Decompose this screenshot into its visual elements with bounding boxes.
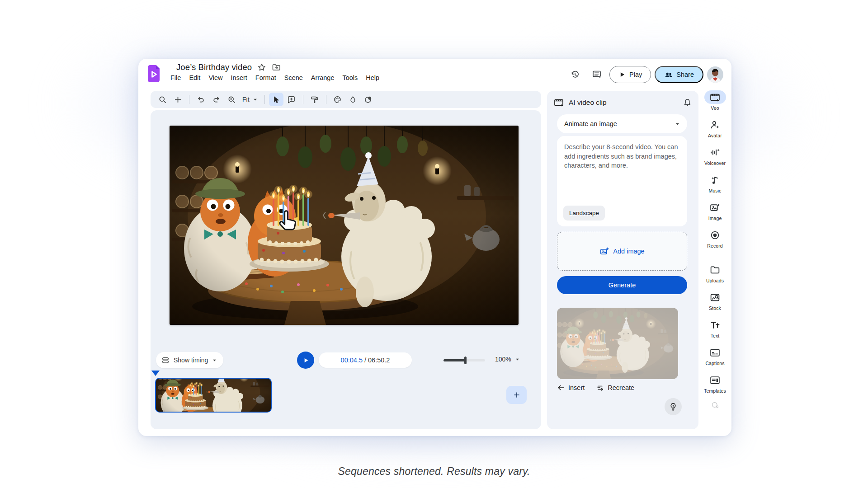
zoom-level-label: 100%	[495, 356, 511, 363]
rail-item-record[interactable]: Record	[698, 228, 731, 249]
menu-arrange[interactable]: Arrange	[307, 73, 339, 83]
rail-label: Captions	[705, 361, 724, 366]
toolbar-divider	[189, 95, 189, 104]
version-history-icon[interactable]	[566, 66, 584, 84]
rail-label: Templates	[704, 388, 726, 394]
rail-item-avatar[interactable]: Avatar	[698, 118, 731, 138]
rail-item-voiceover[interactable]: Voiceover	[698, 145, 731, 166]
fit-zoom-select[interactable]: Fit	[240, 93, 260, 106]
share-button[interactable]: Share	[655, 66, 703, 83]
add-image-label: Add image	[613, 248, 644, 255]
zoom-slider-fill	[443, 359, 465, 361]
veo-icon	[709, 92, 721, 103]
bell-icon[interactable]	[683, 98, 692, 108]
menubar: File Edit View Insert Format Scene Arran…	[166, 73, 383, 83]
show-timing-select[interactable]: Show timing	[156, 352, 223, 368]
format-paint-icon[interactable]	[307, 93, 322, 106]
menu-edit[interactable]: Edit	[185, 73, 204, 83]
app-window: Joe’s Birthday video File Edit View Inse…	[138, 59, 731, 436]
move-folder-icon[interactable]	[272, 63, 281, 72]
undo-icon[interactable]	[193, 93, 208, 106]
add-comment-icon[interactable]	[284, 93, 299, 106]
rail-item-image[interactable]: Image	[698, 201, 731, 221]
rail-item-templates[interactable]: Templates	[698, 373, 731, 394]
playhead-marker[interactable]	[151, 371, 160, 376]
veo-clip-icon	[553, 97, 564, 108]
play-icon	[302, 357, 309, 364]
rail-item-stock[interactable]: Stock	[698, 291, 731, 311]
feature-rail: Veo Avatar Voiceover Music Image Record …	[698, 90, 731, 409]
play-button[interactable]: Play	[609, 66, 651, 83]
edit-toolbar: Fit	[151, 91, 541, 108]
star-icon[interactable]	[257, 63, 266, 72]
total-duration: 06:50.2	[368, 357, 390, 364]
menu-format[interactable]: Format	[251, 73, 280, 83]
chevron-down-icon	[675, 122, 680, 127]
mode-selected-label: Animate an image	[564, 120, 617, 127]
tips-lightbulb-button[interactable]	[665, 398, 682, 415]
menu-insert[interactable]: Insert	[227, 73, 251, 83]
comments-icon[interactable]	[588, 66, 606, 84]
doc-title[interactable]: Joe’s Birthday video	[176, 62, 252, 72]
menu-tools[interactable]: Tools	[338, 73, 362, 83]
menu-file[interactable]: File	[166, 73, 185, 83]
select-cursor-icon[interactable]	[269, 93, 283, 106]
vids-logo-icon[interactable]	[146, 65, 161, 83]
transparency-icon[interactable]	[361, 93, 376, 106]
uploads-icon	[709, 264, 721, 276]
image-icon	[709, 202, 721, 213]
zoom-level-select[interactable]: 100%	[495, 356, 520, 363]
rail-label: Stock	[709, 305, 721, 311]
fit-label: Fit	[242, 96, 250, 103]
water-drop-icon[interactable]	[346, 93, 360, 106]
palette-icon[interactable]	[330, 93, 345, 106]
generated-preview-thumbnail[interactable]	[557, 308, 678, 379]
editing-canvas[interactable]: Show timing 00:04.5 / 06:50.2 100%	[151, 110, 541, 429]
arrow-left-icon	[557, 384, 565, 392]
search-icon[interactable]	[155, 93, 170, 106]
avatar-icon	[709, 119, 721, 131]
video-frame[interactable]	[170, 126, 519, 325]
zoom-in-icon[interactable]	[224, 93, 239, 106]
rail-item-veo[interactable]: Veo	[698, 90, 731, 111]
generate-label: Generate	[609, 282, 636, 289]
people-icon	[664, 70, 673, 79]
toolbar-divider	[303, 95, 303, 104]
voiceover-icon	[709, 147, 721, 158]
rail-item-uploads[interactable]: Uploads	[698, 263, 731, 283]
titlebar-actions: Play Share	[566, 59, 723, 90]
prompt-input[interactable]: Describe your 8-second video. You can ad…	[557, 136, 687, 226]
aspect-ratio-chip[interactable]: Landscape	[563, 206, 605, 221]
recreate-button[interactable]: Recreate	[596, 384, 634, 392]
timeline-play-button[interactable]	[297, 352, 314, 369]
mode-select-dropdown[interactable]: Animate an image	[557, 114, 687, 133]
time-display: 00:04.5 / 06:50.2	[319, 352, 412, 368]
zoom-slider-handle[interactable]	[464, 357, 467, 364]
rail-item-captions[interactable]: Captions	[698, 346, 731, 366]
rail-item-text[interactable]: Text	[698, 318, 731, 338]
menu-view[interactable]: View	[204, 73, 226, 83]
menu-scene[interactable]: Scene	[280, 73, 307, 83]
cursor-pointer-icon	[276, 209, 300, 234]
more-icon	[709, 401, 721, 409]
add-image-icon	[599, 247, 609, 256]
rail-item-music[interactable]: Music	[698, 173, 731, 193]
add-icon[interactable]	[170, 93, 185, 106]
rail-label: Uploads	[706, 278, 724, 283]
insert-button[interactable]: Insert	[557, 384, 585, 392]
zoom-slider[interactable]	[443, 359, 485, 361]
ai-video-clip-panel: AI video clip Animate an image Describe …	[547, 91, 698, 429]
add-scene-button[interactable]	[506, 386, 527, 404]
rail-item-more	[698, 401, 731, 409]
stock-icon	[709, 292, 721, 303]
generate-button[interactable]: Generate	[557, 276, 687, 294]
redo-icon[interactable]	[209, 93, 223, 106]
show-timing-label: Show timing	[174, 357, 208, 364]
menu-help[interactable]: Help	[362, 73, 383, 83]
recreate-icon	[596, 384, 604, 392]
rail-label: Voiceover	[704, 160, 726, 166]
account-avatar[interactable]	[707, 66, 723, 83]
rail-label: Text	[711, 333, 720, 338]
scene-thumbnail[interactable]	[155, 378, 272, 413]
add-image-button[interactable]: Add image	[557, 232, 687, 271]
